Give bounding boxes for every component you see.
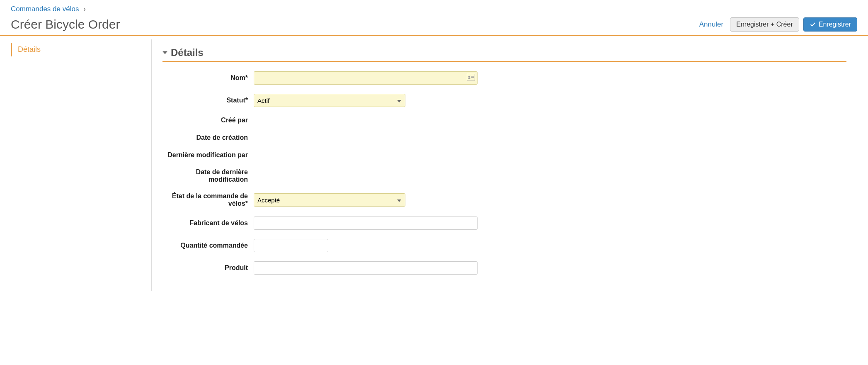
- header-actions: Annuler Enregistrer + Créer Enregistrer: [699, 17, 857, 32]
- caret-down-icon: [162, 50, 167, 55]
- svg-rect-1: [467, 74, 475, 80]
- sidebar-tab-details[interactable]: Détails: [11, 43, 151, 56]
- sidebar: Détails: [11, 39, 152, 291]
- label-status: Statut*: [162, 97, 254, 104]
- cancel-link[interactable]: Annuler: [699, 20, 724, 29]
- product-input[interactable]: [254, 261, 478, 275]
- id-card-icon[interactable]: [467, 74, 475, 82]
- status-select[interactable]: [254, 94, 405, 107]
- label-product: Produit: [162, 264, 254, 272]
- main-content: Détails Nom* Statut*: [152, 39, 857, 291]
- svg-point-2: [468, 76, 470, 78]
- quantity-input[interactable]: [254, 239, 328, 252]
- label-created-by: Créé par: [162, 117, 254, 124]
- label-created-date: Date de création: [162, 134, 254, 141]
- svg-rect-3: [471, 76, 474, 77]
- label-modified-by: Dernière modification par: [162, 151, 254, 159]
- svg-rect-4: [471, 78, 474, 78]
- save-and-create-button[interactable]: Enregistrer + Créer: [730, 17, 799, 32]
- label-manufacturer: Fabricant de vélos: [162, 219, 254, 227]
- manufacturer-input[interactable]: [254, 217, 478, 230]
- label-modified-date: Date de dernière modification: [162, 168, 254, 183]
- svg-marker-0: [162, 51, 167, 54]
- label-order-state: État de la commande de vélos*: [162, 192, 254, 207]
- name-input[interactable]: [254, 71, 478, 85]
- section-header[interactable]: Détails: [162, 47, 846, 61]
- order-state-select[interactable]: [254, 193, 405, 207]
- breadcrumb: Commandes de vélos ›: [11, 3, 857, 17]
- save-button[interactable]: Enregistrer: [803, 17, 857, 32]
- page-title: Créer Bicycle Order: [11, 17, 120, 32]
- label-quantity: Quantité commandée: [162, 242, 254, 249]
- section-divider: [162, 61, 846, 62]
- save-button-label: Enregistrer: [819, 21, 851, 28]
- section-title: Détails: [171, 47, 204, 58]
- check-icon: [810, 21, 816, 28]
- chevron-right-icon: ›: [83, 5, 86, 13]
- breadcrumb-parent-link[interactable]: Commandes de vélos: [11, 5, 79, 13]
- label-name: Nom*: [162, 74, 254, 82]
